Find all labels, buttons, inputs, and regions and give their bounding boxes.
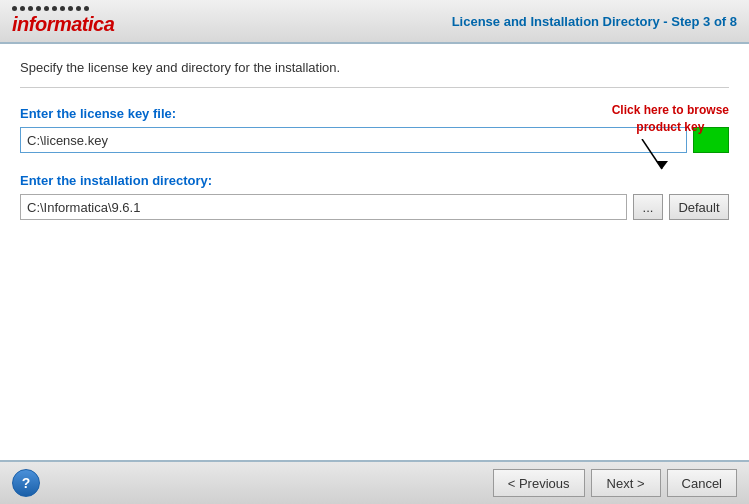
header-title: License and Installation Directory - Ste… <box>452 14 737 29</box>
footer-right: < Previous Next > Cancel <box>493 469 737 497</box>
help-button[interactable]: ? <box>12 469 40 497</box>
previous-button[interactable]: < Previous <box>493 469 585 497</box>
dir-row: ... Default <box>20 194 729 220</box>
footer-left: ? <box>12 469 40 497</box>
license-key-input[interactable] <box>20 127 687 153</box>
footer: ? < Previous Next > Cancel <box>0 460 749 504</box>
dir-input[interactable] <box>20 194 627 220</box>
svg-marker-1 <box>656 161 668 169</box>
logo-text: informatica <box>12 13 114 36</box>
header: informatica License and Installation Dir… <box>0 0 749 44</box>
browse-dir-button[interactable]: ... <box>633 194 663 220</box>
annotation: Click here to browseproduct key <box>612 102 729 179</box>
logo: informatica <box>12 6 114 36</box>
default-dir-button[interactable]: Default <box>669 194 729 220</box>
annotation-text: Click here to browseproduct key <box>612 103 729 134</box>
logo-dots <box>12 6 89 11</box>
main-content: Specify the license key and directory fo… <box>0 44 749 460</box>
annotation-arrow-icon <box>612 139 672 179</box>
cancel-button[interactable]: Cancel <box>667 469 737 497</box>
instruction-text: Specify the license key and directory fo… <box>20 60 729 88</box>
next-button[interactable]: Next > <box>591 469 661 497</box>
